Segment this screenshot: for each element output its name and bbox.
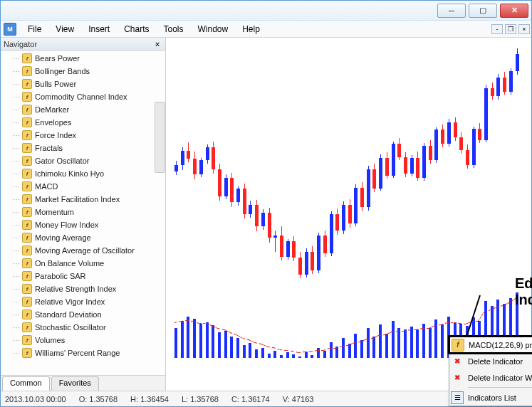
- status-volume: V: 47163: [283, 395, 314, 403]
- ctx-delete-indicator[interactable]: ✖ Delete Indicator: [449, 353, 532, 369]
- ctx-indicators-list[interactable]: ☰ Indicators List Ctrl+I: [449, 389, 532, 406]
- function-icon: f: [22, 322, 32, 332]
- navigator-header: Navigator ×: [1, 38, 165, 51]
- tree-connector: ⋯: [11, 119, 22, 127]
- tree-connector: ⋯: [11, 324, 22, 332]
- indicator-item[interactable]: ⋯fStandard Deviation: [11, 308, 165, 321]
- indicator-label: DeMarker: [35, 105, 69, 114]
- status-close: C: 1.36174: [231, 395, 270, 403]
- function-icon: f: [22, 194, 32, 204]
- indicator-item[interactable]: ⋯fMACD: [11, 180, 165, 193]
- indicator-item[interactable]: ⋯fDeMarker: [11, 103, 165, 116]
- indicator-item[interactable]: ⋯fMomentum: [11, 206, 165, 218]
- indicator-item[interactable]: ⋯fParabolic SAR: [11, 270, 165, 282]
- indicator-label: Fractals: [35, 144, 63, 152]
- menu-insert[interactable]: Insert: [81, 22, 117, 36]
- indicator-item[interactable]: ⋯fForce Index: [11, 129, 165, 142]
- menu-charts[interactable]: Charts: [117, 22, 156, 36]
- tree-connector: ⋯: [11, 247, 22, 255]
- indicator-item[interactable]: ⋯fRelative Strength Index: [11, 282, 165, 295]
- indicator-item[interactable]: ⋯fGator Oscillator: [11, 154, 165, 167]
- tree-connector: ⋯: [11, 157, 22, 165]
- indicator-item[interactable]: ⋯fVolumes: [11, 334, 165, 347]
- indicator-item[interactable]: ⋯fWilliams' Percent Range: [11, 347, 165, 359]
- chart-area[interactable]: Edit Indicator f MACD(12,26,9) propertie…: [166, 38, 531, 391]
- indicator-item[interactable]: ⋯fMarket Facilitation Index: [11, 193, 165, 206]
- tree-connector: ⋯: [11, 337, 22, 344]
- indicator-item[interactable]: ⋯fEnvelopes: [11, 116, 165, 129]
- indicator-label: Force Index: [35, 131, 76, 139]
- minimize-button[interactable]: ─: [437, 4, 466, 18]
- tree-connector: ⋯: [11, 68, 22, 75]
- function-icon: f: [22, 117, 32, 127]
- delete-icon: ✖: [451, 355, 464, 368]
- status-date: 2013.10.03 00:00: [5, 395, 66, 403]
- indicator-item[interactable]: ⋯fMoving Average: [11, 231, 165, 244]
- titlebar[interactable]: ─ ▢ ✕: [1, 1, 531, 21]
- child-restore-button[interactable]: ❐: [505, 24, 516, 34]
- tree-connector: ⋯: [11, 234, 22, 242]
- tree-connector: ⋯: [11, 221, 22, 229]
- close-button[interactable]: ✕: [500, 4, 528, 18]
- indicator-label: Relative Strength Index: [35, 285, 116, 293]
- tree-connector: ⋯: [11, 170, 22, 178]
- tree-connector: ⋯: [11, 349, 22, 357]
- tree-connector: ⋯: [11, 298, 22, 306]
- indicator-item[interactable]: ⋯fCommodity Channel Index: [11, 90, 165, 103]
- indicator-item[interactable]: ⋯fBulls Power: [11, 78, 165, 90]
- app-icon: M: [4, 23, 16, 36]
- maximize-button[interactable]: ▢: [469, 4, 497, 18]
- indicator-item[interactable]: ⋯fStochastic Oscillator: [11, 321, 165, 334]
- menu-tools[interactable]: Tools: [157, 22, 191, 36]
- function-icon: f: [22, 335, 32, 345]
- navigator-tree[interactable]: ⋯fBears Power⋯fBollinger Bands⋯fBulls Po…: [1, 51, 165, 375]
- indicator-label: Williams' Percent Range: [35, 349, 120, 357]
- navigator-close-button[interactable]: ×: [152, 39, 162, 49]
- indicator-label: Volumes: [35, 336, 65, 344]
- indicator-item[interactable]: ⋯fMoney Flow Index: [11, 218, 165, 231]
- child-close-button[interactable]: ×: [518, 24, 530, 34]
- tab-common[interactable]: Common: [2, 376, 50, 391]
- function-icon: f: [22, 207, 32, 217]
- indicator-item[interactable]: ⋯fOn Balance Volume: [11, 257, 165, 270]
- indicator-label: Moving Average: [35, 233, 91, 242]
- indicator-item[interactable]: ⋯fIchimoku Kinko Hyo: [11, 167, 165, 180]
- indicator-label: Bears Power: [35, 54, 80, 63]
- tree-connector: ⋯: [11, 260, 22, 268]
- function-icon: f: [22, 169, 32, 179]
- indicator-item[interactable]: ⋯fBollinger Bands: [11, 65, 165, 78]
- tab-favorites[interactable]: Favorites: [51, 376, 99, 391]
- tree-connector: ⋯: [11, 273, 22, 280]
- function-icon: f: [22, 245, 32, 255]
- scrollbar-thumb[interactable]: [155, 102, 165, 173]
- function-icon: f: [22, 156, 32, 166]
- ctx-properties[interactable]: f MACD(12,26,9) properties...: [448, 335, 532, 354]
- indicator-item[interactable]: ⋯fMoving Average of Oscillator: [11, 244, 165, 257]
- indicator-label: MACD: [35, 182, 58, 191]
- tree-connector: ⋯: [11, 93, 22, 101]
- child-minimize-button[interactable]: -: [491, 24, 503, 34]
- navigator-title: Navigator: [4, 40, 37, 48]
- menu-separator: [468, 387, 532, 388]
- tree-connector: ⋯: [11, 80, 22, 88]
- indicator-item[interactable]: ⋯fFractals: [11, 142, 165, 154]
- menu-window[interactable]: Window: [191, 22, 236, 36]
- ctx-delete-window-label: Delete Indicator Window: [468, 374, 532, 382]
- indicator-item[interactable]: ⋯fBears Power: [11, 52, 165, 65]
- delete-window-icon: ✖: [451, 371, 464, 384]
- menu-view[interactable]: View: [48, 22, 81, 36]
- list-icon: ☰: [451, 391, 464, 404]
- indicator-icon: f: [452, 339, 464, 352]
- status-open: O: 1.35768: [79, 395, 118, 403]
- indicator-item[interactable]: ⋯fRelative Vigor Index: [11, 295, 165, 308]
- indicator-label: Relative Vigor Index: [35, 297, 105, 306]
- indicator-label: Commodity Channel Index: [35, 92, 127, 101]
- tree-connector: ⋯: [11, 144, 22, 152]
- indicator-label: Momentum: [35, 208, 74, 216]
- tree-connector: ⋯: [11, 196, 22, 204]
- tree-connector: ⋯: [11, 285, 22, 293]
- menu-help[interactable]: Help: [235, 22, 267, 36]
- ctx-delete-window[interactable]: ✖ Delete Indicator Window: [449, 369, 532, 386]
- tree-connector: ⋯: [11, 132, 22, 139]
- menu-file[interactable]: File: [21, 22, 48, 36]
